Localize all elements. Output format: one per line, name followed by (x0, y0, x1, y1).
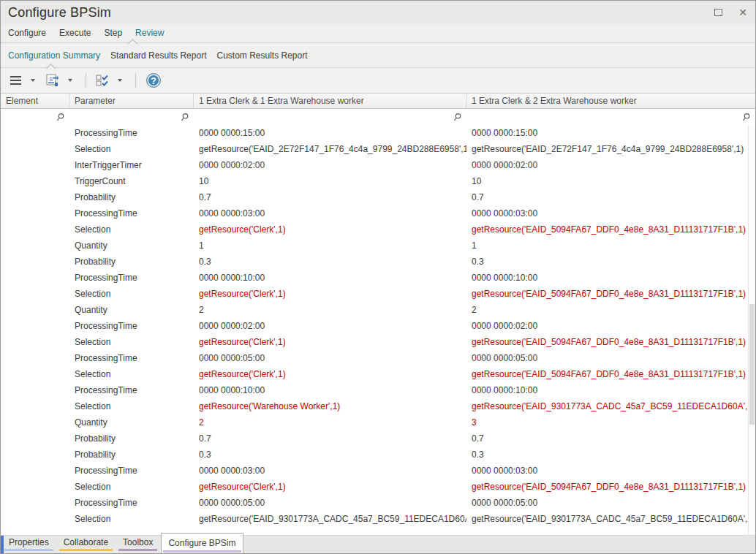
scrollbar-thumb[interactable] (749, 304, 755, 425)
filter-cell-scenario-2[interactable] (466, 109, 755, 125)
validate-button[interactable] (95, 72, 110, 89)
table-row[interactable]: SelectiongetResource('Warehouse Worker',… (1, 398, 755, 414)
cell-parameter[interactable]: Selection (69, 398, 194, 414)
table-row[interactable]: ProcessingTime0000 0000:03:000000 0000:0… (1, 205, 755, 221)
table-row[interactable]: Quantity23 (1, 414, 755, 430)
cell-element[interactable] (1, 318, 69, 334)
cell-value-1[interactable]: 2 (194, 414, 466, 430)
table-row[interactable]: SelectiongetResource('Clerk',1)getResour… (1, 286, 755, 302)
cell-element[interactable] (1, 125, 69, 141)
cell-parameter[interactable]: Selection (69, 286, 194, 302)
cell-value-2[interactable]: 0000 0000:05:00 (466, 350, 755, 366)
column-header-scenario-1[interactable]: 1 Extra Clerk & 1 Extra Warehouse worker (194, 94, 466, 108)
cell-value-2[interactable]: 0000 0000:10:00 (466, 382, 755, 398)
cell-value-1[interactable]: getResource('Clerk',1) (194, 366, 466, 382)
cell-element[interactable] (1, 302, 69, 318)
cell-value-1[interactable]: 0000 0000:02:00 (194, 318, 466, 334)
table-row[interactable]: ProcessingTime0000 0000:05:000000 0000:0… (1, 495, 755, 511)
table-row[interactable]: ProcessingTime0000 0000:03:000000 0000:0… (1, 463, 755, 479)
table-row[interactable]: ProcessingTime0000 0000:10:000000 0000:1… (1, 382, 755, 398)
cell-parameter[interactable]: Probability (69, 189, 194, 205)
cell-element[interactable] (1, 141, 69, 157)
table-row[interactable]: Quantity22 (1, 302, 755, 318)
cell-value-2[interactable]: getResource('EAID_5094FA67_DDF0_4e8e_8A3… (466, 366, 755, 382)
table-row[interactable]: ProcessingTime0000 0000:05:000000 0000:0… (1, 350, 755, 366)
cell-value-2[interactable]: 0000 0000:03:00 (466, 205, 755, 221)
column-header-element[interactable]: Element (1, 94, 69, 108)
cell-value-2[interactable]: 3 (466, 414, 755, 430)
cell-value-2[interactable]: getResource('EAID_9301773A_CADC_45a7_BC5… (466, 511, 755, 527)
cell-element[interactable] (1, 350, 69, 366)
generate-report-button[interactable]: S (45, 72, 60, 89)
menu-item-review[interactable]: Review (129, 24, 170, 42)
table-row[interactable]: ProcessingTime0000 0000:15:000000 0000:1… (1, 125, 755, 141)
table-row[interactable]: SelectiongetResource('Clerk',1)getResour… (1, 334, 755, 350)
cell-element[interactable] (1, 334, 69, 350)
cell-element[interactable] (1, 366, 69, 382)
generate-report-dropdown[interactable] (62, 72, 77, 89)
cell-element[interactable] (1, 205, 69, 221)
cell-parameter[interactable]: ProcessingTime (69, 270, 194, 286)
cell-parameter[interactable]: Quantity (69, 414, 194, 430)
table-row[interactable]: Quantity11 (1, 238, 755, 254)
bottom-tab-properties[interactable]: Properties (2, 536, 56, 553)
cell-element[interactable] (1, 254, 69, 270)
cell-parameter[interactable]: ProcessingTime (69, 318, 194, 334)
cell-parameter[interactable]: ProcessingTime (69, 495, 194, 511)
cell-element[interactable] (1, 238, 69, 254)
hamburger-menu-button[interactable] (8, 72, 23, 89)
table-row[interactable]: SelectiongetResource('Clerk',1)getResour… (1, 479, 755, 495)
cell-parameter[interactable]: ProcessingTime (69, 205, 194, 221)
filter-cell-element[interactable] (1, 109, 69, 125)
table-row[interactable]: Probability0.70.7 (1, 430, 755, 447)
cell-value-2[interactable]: 0.7 (466, 430, 755, 447)
filter-cell-parameter[interactable] (69, 109, 194, 125)
help-button[interactable]: ? (146, 73, 161, 88)
cell-parameter[interactable]: Selection (69, 479, 194, 495)
cell-value-2[interactable]: getResource('EAID_5094FA67_DDF0_4e8e_8A3… (466, 334, 755, 350)
cell-value-1[interactable]: getResource('EAID_9301773A_CADC_45a7_BC5… (194, 511, 466, 527)
tab-standard-results-report[interactable]: Standard Results Report (105, 50, 211, 61)
cell-parameter[interactable]: Probability (69, 254, 194, 270)
cell-parameter[interactable]: ProcessingTime (69, 463, 194, 479)
cell-element[interactable] (1, 382, 69, 398)
column-header-parameter[interactable]: Parameter (69, 94, 194, 108)
table-row[interactable]: InterTriggerTimer0000 0000:02:000000 000… (1, 157, 755, 173)
cell-value-2[interactable]: 0000 0000:05:00 (466, 495, 755, 511)
cell-value-2[interactable]: 1 (466, 238, 755, 254)
cell-value-2[interactable]: getResource('EAID_5094FA67_DDF0_4e8e_8A3… (466, 286, 755, 302)
cell-element[interactable] (1, 463, 69, 479)
bottom-tab-configure-bpsim[interactable]: Configure BPSim (161, 533, 243, 553)
cell-value-2[interactable]: 0000 0000:02:00 (466, 318, 755, 334)
cell-parameter[interactable]: Selection (69, 334, 194, 350)
menu-item-execute[interactable]: Execute (53, 24, 97, 42)
cell-value-2[interactable]: 0.3 (466, 254, 755, 270)
cell-element[interactable] (1, 414, 69, 430)
cell-parameter[interactable]: Selection (69, 511, 194, 527)
table-row[interactable]: ProcessingTime0000 0000:02:000000 0000:0… (1, 318, 755, 334)
cell-element[interactable] (1, 173, 69, 189)
cell-value-1[interactable]: 0000 0000:03:00 (194, 463, 466, 479)
cell-value-2[interactable]: getResource('EAID_2E72F147_1F76_4c4a_979… (466, 141, 755, 157)
cell-value-2[interactable]: getResource('EAID_9301773A_CADC_45a7_BC5… (466, 398, 755, 414)
table-row[interactable]: Probability0.30.3 (1, 447, 755, 463)
maximize-button[interactable] (710, 4, 726, 20)
cell-value-2[interactable]: getResource('EAID_5094FA67_DDF0_4e8e_8A3… (466, 479, 755, 495)
cell-parameter[interactable]: Selection (69, 366, 194, 382)
cell-element[interactable] (1, 189, 69, 205)
tab-custom-results-report[interactable]: Custom Results Report (211, 50, 312, 61)
cell-value-1[interactable]: 2 (194, 302, 466, 318)
table-row[interactable]: Probability0.70.7 (1, 189, 755, 205)
menu-item-step[interactable]: Step (97, 24, 129, 42)
cell-value-1[interactable]: getResource('Clerk',1) (194, 479, 466, 495)
cell-value-1[interactable]: getResource('Clerk',1) (194, 221, 466, 238)
cell-value-2[interactable]: 0.3 (466, 447, 755, 463)
cell-value-1[interactable]: getResource('Warehouse Worker',1) (194, 398, 466, 414)
cell-parameter[interactable]: Probability (69, 430, 194, 447)
cell-value-2[interactable]: 0000 0000:03:00 (466, 463, 755, 479)
cell-parameter[interactable]: Selection (69, 221, 194, 238)
cell-element[interactable] (1, 511, 69, 527)
cell-value-1[interactable]: 0.7 (194, 189, 466, 205)
table-row[interactable]: SelectiongetResource('Clerk',1)getResour… (1, 366, 755, 382)
cell-element[interactable] (1, 447, 69, 463)
